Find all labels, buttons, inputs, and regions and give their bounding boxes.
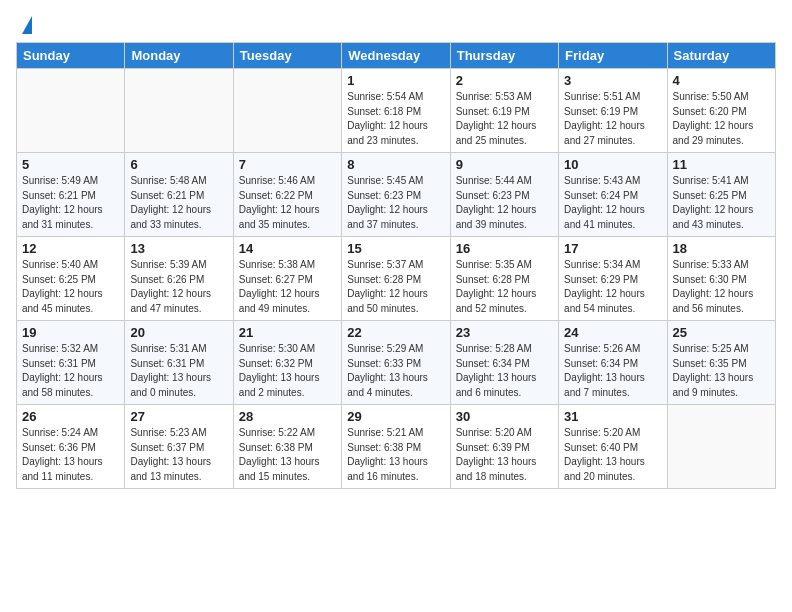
day-info: Sunrise: 5:38 AMSunset: 6:27 PMDaylight:… bbox=[239, 258, 336, 316]
day-number: 9 bbox=[456, 157, 553, 172]
day-info: Sunrise: 5:29 AMSunset: 6:33 PMDaylight:… bbox=[347, 342, 444, 400]
calendar-cell: 24Sunrise: 5:26 AMSunset: 6:34 PMDayligh… bbox=[559, 321, 667, 405]
day-info: Sunrise: 5:22 AMSunset: 6:38 PMDaylight:… bbox=[239, 426, 336, 484]
day-number: 11 bbox=[673, 157, 770, 172]
day-number: 1 bbox=[347, 73, 444, 88]
day-info: Sunrise: 5:48 AMSunset: 6:21 PMDaylight:… bbox=[130, 174, 227, 232]
weekday-header-monday: Monday bbox=[125, 43, 233, 69]
weekday-header-friday: Friday bbox=[559, 43, 667, 69]
day-info: Sunrise: 5:51 AMSunset: 6:19 PMDaylight:… bbox=[564, 90, 661, 148]
day-number: 16 bbox=[456, 241, 553, 256]
day-number: 18 bbox=[673, 241, 770, 256]
day-info: Sunrise: 5:49 AMSunset: 6:21 PMDaylight:… bbox=[22, 174, 119, 232]
day-number: 23 bbox=[456, 325, 553, 340]
calendar-cell: 18Sunrise: 5:33 AMSunset: 6:30 PMDayligh… bbox=[667, 237, 775, 321]
day-number: 24 bbox=[564, 325, 661, 340]
calendar-cell: 14Sunrise: 5:38 AMSunset: 6:27 PMDayligh… bbox=[233, 237, 341, 321]
day-info: Sunrise: 5:24 AMSunset: 6:36 PMDaylight:… bbox=[22, 426, 119, 484]
day-info: Sunrise: 5:21 AMSunset: 6:38 PMDaylight:… bbox=[347, 426, 444, 484]
calendar-cell: 8Sunrise: 5:45 AMSunset: 6:23 PMDaylight… bbox=[342, 153, 450, 237]
day-number: 4 bbox=[673, 73, 770, 88]
calendar-week-2: 5Sunrise: 5:49 AMSunset: 6:21 PMDaylight… bbox=[17, 153, 776, 237]
day-info: Sunrise: 5:25 AMSunset: 6:35 PMDaylight:… bbox=[673, 342, 770, 400]
calendar-cell bbox=[17, 69, 125, 153]
day-number: 10 bbox=[564, 157, 661, 172]
day-info: Sunrise: 5:20 AMSunset: 6:40 PMDaylight:… bbox=[564, 426, 661, 484]
calendar-cell: 1Sunrise: 5:54 AMSunset: 6:18 PMDaylight… bbox=[342, 69, 450, 153]
calendar-cell: 25Sunrise: 5:25 AMSunset: 6:35 PMDayligh… bbox=[667, 321, 775, 405]
day-number: 15 bbox=[347, 241, 444, 256]
day-number: 21 bbox=[239, 325, 336, 340]
day-info: Sunrise: 5:39 AMSunset: 6:26 PMDaylight:… bbox=[130, 258, 227, 316]
day-info: Sunrise: 5:32 AMSunset: 6:31 PMDaylight:… bbox=[22, 342, 119, 400]
calendar-cell: 15Sunrise: 5:37 AMSunset: 6:28 PMDayligh… bbox=[342, 237, 450, 321]
calendar-cell: 4Sunrise: 5:50 AMSunset: 6:20 PMDaylight… bbox=[667, 69, 775, 153]
day-info: Sunrise: 5:53 AMSunset: 6:19 PMDaylight:… bbox=[456, 90, 553, 148]
day-number: 7 bbox=[239, 157, 336, 172]
day-number: 3 bbox=[564, 73, 661, 88]
calendar-cell: 9Sunrise: 5:44 AMSunset: 6:23 PMDaylight… bbox=[450, 153, 558, 237]
day-info: Sunrise: 5:41 AMSunset: 6:25 PMDaylight:… bbox=[673, 174, 770, 232]
weekday-header-saturday: Saturday bbox=[667, 43, 775, 69]
calendar-cell: 28Sunrise: 5:22 AMSunset: 6:38 PMDayligh… bbox=[233, 405, 341, 489]
day-number: 20 bbox=[130, 325, 227, 340]
calendar-cell bbox=[125, 69, 233, 153]
calendar-cell: 6Sunrise: 5:48 AMSunset: 6:21 PMDaylight… bbox=[125, 153, 233, 237]
calendar-cell: 29Sunrise: 5:21 AMSunset: 6:38 PMDayligh… bbox=[342, 405, 450, 489]
day-info: Sunrise: 5:37 AMSunset: 6:28 PMDaylight:… bbox=[347, 258, 444, 316]
day-number: 19 bbox=[22, 325, 119, 340]
calendar-body: 1Sunrise: 5:54 AMSunset: 6:18 PMDaylight… bbox=[17, 69, 776, 489]
day-number: 27 bbox=[130, 409, 227, 424]
day-number: 31 bbox=[564, 409, 661, 424]
day-number: 14 bbox=[239, 241, 336, 256]
calendar-cell: 17Sunrise: 5:34 AMSunset: 6:29 PMDayligh… bbox=[559, 237, 667, 321]
weekday-header-tuesday: Tuesday bbox=[233, 43, 341, 69]
day-number: 22 bbox=[347, 325, 444, 340]
day-number: 12 bbox=[22, 241, 119, 256]
calendar-table: SundayMondayTuesdayWednesdayThursdayFrid… bbox=[16, 42, 776, 489]
day-number: 30 bbox=[456, 409, 553, 424]
calendar-cell: 21Sunrise: 5:30 AMSunset: 6:32 PMDayligh… bbox=[233, 321, 341, 405]
day-number: 29 bbox=[347, 409, 444, 424]
day-number: 2 bbox=[456, 73, 553, 88]
calendar-week-3: 12Sunrise: 5:40 AMSunset: 6:25 PMDayligh… bbox=[17, 237, 776, 321]
day-info: Sunrise: 5:35 AMSunset: 6:28 PMDaylight:… bbox=[456, 258, 553, 316]
calendar-cell: 26Sunrise: 5:24 AMSunset: 6:36 PMDayligh… bbox=[17, 405, 125, 489]
calendar-cell: 11Sunrise: 5:41 AMSunset: 6:25 PMDayligh… bbox=[667, 153, 775, 237]
calendar-cell bbox=[233, 69, 341, 153]
calendar-week-4: 19Sunrise: 5:32 AMSunset: 6:31 PMDayligh… bbox=[17, 321, 776, 405]
calendar-cell: 27Sunrise: 5:23 AMSunset: 6:37 PMDayligh… bbox=[125, 405, 233, 489]
calendar-cell: 22Sunrise: 5:29 AMSunset: 6:33 PMDayligh… bbox=[342, 321, 450, 405]
calendar-cell: 19Sunrise: 5:32 AMSunset: 6:31 PMDayligh… bbox=[17, 321, 125, 405]
weekday-header-thursday: Thursday bbox=[450, 43, 558, 69]
calendar-cell: 12Sunrise: 5:40 AMSunset: 6:25 PMDayligh… bbox=[17, 237, 125, 321]
calendar-week-1: 1Sunrise: 5:54 AMSunset: 6:18 PMDaylight… bbox=[17, 69, 776, 153]
calendar-cell: 31Sunrise: 5:20 AMSunset: 6:40 PMDayligh… bbox=[559, 405, 667, 489]
day-info: Sunrise: 5:26 AMSunset: 6:34 PMDaylight:… bbox=[564, 342, 661, 400]
day-info: Sunrise: 5:28 AMSunset: 6:34 PMDaylight:… bbox=[456, 342, 553, 400]
calendar-cell: 2Sunrise: 5:53 AMSunset: 6:19 PMDaylight… bbox=[450, 69, 558, 153]
calendar-cell: 5Sunrise: 5:49 AMSunset: 6:21 PMDaylight… bbox=[17, 153, 125, 237]
day-number: 25 bbox=[673, 325, 770, 340]
day-number: 5 bbox=[22, 157, 119, 172]
day-info: Sunrise: 5:46 AMSunset: 6:22 PMDaylight:… bbox=[239, 174, 336, 232]
day-info: Sunrise: 5:40 AMSunset: 6:25 PMDaylight:… bbox=[22, 258, 119, 316]
logo bbox=[16, 16, 32, 34]
day-info: Sunrise: 5:23 AMSunset: 6:37 PMDaylight:… bbox=[130, 426, 227, 484]
calendar-cell bbox=[667, 405, 775, 489]
weekday-header-wednesday: Wednesday bbox=[342, 43, 450, 69]
day-info: Sunrise: 5:20 AMSunset: 6:39 PMDaylight:… bbox=[456, 426, 553, 484]
day-info: Sunrise: 5:34 AMSunset: 6:29 PMDaylight:… bbox=[564, 258, 661, 316]
day-info: Sunrise: 5:45 AMSunset: 6:23 PMDaylight:… bbox=[347, 174, 444, 232]
calendar-header-row: SundayMondayTuesdayWednesdayThursdayFrid… bbox=[17, 43, 776, 69]
day-number: 6 bbox=[130, 157, 227, 172]
day-info: Sunrise: 5:30 AMSunset: 6:32 PMDaylight:… bbox=[239, 342, 336, 400]
day-number: 13 bbox=[130, 241, 227, 256]
page-header bbox=[16, 16, 776, 34]
day-info: Sunrise: 5:33 AMSunset: 6:30 PMDaylight:… bbox=[673, 258, 770, 316]
calendar-cell: 13Sunrise: 5:39 AMSunset: 6:26 PMDayligh… bbox=[125, 237, 233, 321]
weekday-header-sunday: Sunday bbox=[17, 43, 125, 69]
day-info: Sunrise: 5:44 AMSunset: 6:23 PMDaylight:… bbox=[456, 174, 553, 232]
day-number: 28 bbox=[239, 409, 336, 424]
day-number: 8 bbox=[347, 157, 444, 172]
